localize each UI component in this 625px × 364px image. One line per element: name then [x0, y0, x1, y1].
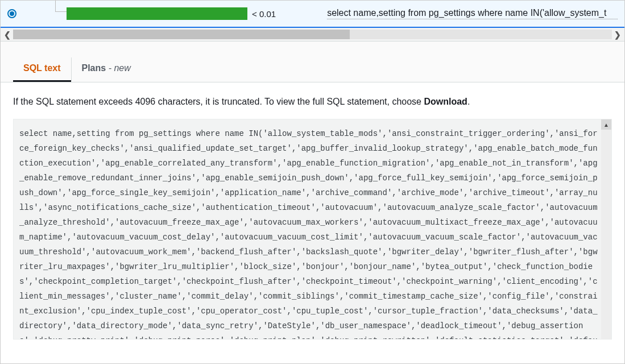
load-bar: [67, 7, 247, 20]
tab-label: Plans: [82, 63, 106, 73]
tab-label: SQL text: [23, 63, 61, 73]
scrollbar-thumb[interactable]: [13, 30, 350, 39]
radio-dot: [10, 11, 14, 16]
sql-code-text[interactable]: select name,setting from pg_settings whe…: [14, 119, 611, 340]
scroll-left-icon[interactable]: ❮: [4, 30, 11, 39]
horizontal-scrollbar[interactable]: ❮ ❯: [1, 28, 624, 42]
notice-suffix: .: [467, 97, 470, 106]
notice-download: Download: [424, 97, 467, 106]
tab-sql-text[interactable]: SQL text: [13, 57, 71, 82]
vertical-scrollbar[interactable]: ▲: [601, 119, 611, 339]
sql-preview[interactable]: select name,setting from pg_settings whe…: [327, 8, 618, 19]
truncate-notice: If the SQL statement exceeds 4096 charac…: [13, 95, 612, 109]
content-area: If the SQL statement exceeds 4096 charac…: [1, 82, 624, 352]
tab-new-suffix: - new: [106, 63, 131, 73]
load-bar-fill: [67, 7, 247, 20]
query-row[interactable]: < 0.01 select name,setting from pg_setti…: [1, 1, 624, 28]
sql-code-panel: select name,setting from pg_settings whe…: [13, 119, 612, 340]
tab-plans[interactable]: Plans - new: [71, 57, 141, 82]
tabs-area: SQL text Plans - new: [1, 42, 624, 82]
tab-bar: SQL text Plans - new: [1, 57, 624, 82]
radio-select[interactable]: [7, 9, 16, 18]
load-value: < 0.01: [252, 9, 276, 19]
scroll-up-icon[interactable]: ▲: [601, 119, 611, 130]
scroll-right-icon[interactable]: ❯: [614, 30, 621, 39]
notice-prefix: If the SQL statement exceeds 4096 charac…: [13, 97, 424, 106]
